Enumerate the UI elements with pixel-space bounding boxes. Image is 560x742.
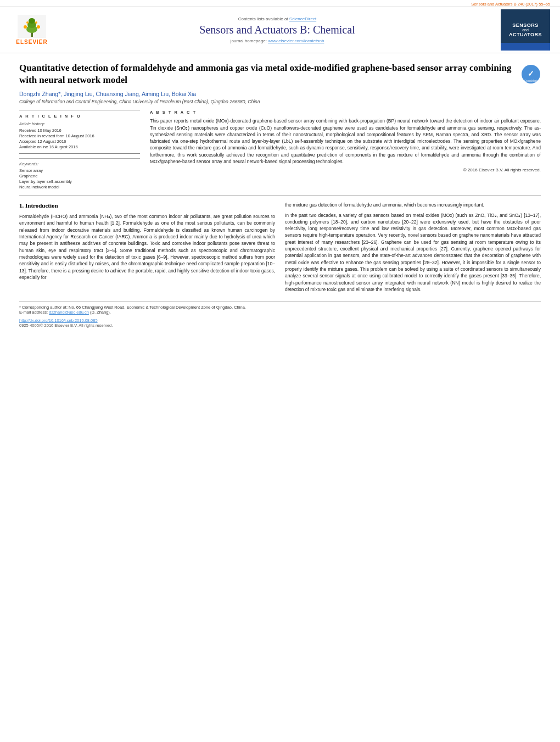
keywords-label: Keywords: [19, 161, 140, 166]
intro-paragraph3: In the past two decades, a variety of ga… [285, 212, 541, 293]
header-band: ELSEVIER Contents lists available at Sci… [0, 7, 560, 53]
svg-text:✓: ✓ [528, 69, 534, 78]
authors-text: Dongzhi Zhang*, Jingjing Liu, Chuanxing … [19, 91, 196, 97]
keyword-3: Layer-by-layer self-assembly [19, 179, 140, 184]
intro-title: Introduction [25, 202, 58, 209]
corresponding-author: * Corresponding author at: No. 66 Changj… [19, 305, 541, 310]
keyword-4: Neural network model [19, 185, 140, 189]
citation-text: Sensors and Actuators B 240 (2017) 55–65 [471, 2, 550, 7]
svg-point-4 [29, 18, 35, 24]
sensors-logo-text2: ACTUATORS [509, 32, 542, 37]
doi-line: http://dx.doi.org/10.1016/j.snb.2016.08.… [19, 318, 541, 323]
main-content: Quantitative detection of formaldehyde a… [0, 53, 560, 333]
email-name: (D. Zhang). [90, 310, 111, 315]
title-section: Quantitative detection of formaldehyde a… [19, 62, 541, 86]
intro-paragraph1: Formaldehyde (HCHO) and ammonia (NH₃), t… [19, 213, 275, 281]
article-title: Quantitative detection of formaldehyde a… [19, 62, 521, 86]
svg-point-5 [24, 25, 27, 29]
available-date: Available online 16 August 2016 [19, 144, 140, 149]
footnote-area: * Corresponding author at: No. 66 Changj… [19, 302, 541, 328]
sensors-actuators-logo: SENSORS and ACTUATORS [501, 9, 550, 51]
elsevier-text: ELSEVIER [16, 39, 47, 45]
article-info-label: A R T I C L E I N F O [19, 114, 140, 119]
svg-point-8 [35, 21, 37, 24]
crossmark-icon: ✓ CrossMark [521, 64, 541, 84]
article-info-box: A R T I C L E I N F O Article history: R… [19, 110, 140, 154]
received-revised-date: Received in revised form 10 August 2016 [19, 133, 140, 138]
article-info-abstract-section: A R T I C L E I N F O Article history: R… [19, 110, 541, 190]
email-link[interactable]: dzzhang@upc.edu.cn [49, 310, 89, 315]
journal-title-block: Contents lists available at ScienceDirec… [54, 16, 501, 43]
email-label: E-mail address: [19, 310, 48, 315]
citation-line: Sensors and Actuators B 240 (2017) 55–65 [0, 0, 560, 7]
body-left-col: 1. Introduction Formaldehyde (HCHO) and … [19, 202, 275, 296]
right-column: A B S T R A C T This paper reports metal… [150, 110, 541, 190]
sensors-logo-bar [501, 43, 550, 51]
contents-available-line: Contents lists available at ScienceDirec… [54, 16, 501, 21]
abstract-label: A B S T R A C T [150, 110, 541, 115]
keyword-1: Sensor array [19, 168, 140, 173]
intro-heading: 1. Introduction [19, 202, 275, 210]
affiliation: College of Information and Control Engin… [19, 99, 541, 104]
accepted-date: Accepted 12 August 2016 [19, 139, 140, 144]
svg-point-6 [37, 25, 40, 29]
elsevier-tree-icon [18, 15, 46, 38]
keywords-section: Keywords: Sensor array Graphene Layer-by… [19, 158, 140, 189]
email-line: E-mail address: dzzhang@upc.edu.cn (D. Z… [19, 310, 541, 315]
left-column: A R T I C L E I N F O Article history: R… [19, 110, 140, 190]
svg-point-7 [26, 21, 29, 24]
issn-line: 0925-4005/© 2016 Elsevier B.V. All right… [19, 323, 541, 328]
keyword-2: Graphene [19, 174, 140, 178]
sensors-logo-and: and [522, 28, 529, 32]
homepage-link[interactable]: www.elsevier.com/locate/snb [268, 38, 324, 43]
sciencedirect-link[interactable]: ScienceDirect [289, 16, 316, 21]
intro-number: 1. [19, 202, 24, 209]
history-label: Article history: [19, 121, 140, 126]
received-date: Received 10 May 2016 [19, 128, 140, 133]
elsevier-logo: ELSEVIER [10, 15, 54, 45]
sensors-logo-text1: SENSORS [512, 23, 539, 28]
doi-link[interactable]: http://dx.doi.org/10.1016/j.snb.2016.08.… [19, 318, 98, 323]
copyright-line: © 2016 Elsevier B.V. All rights reserved… [150, 168, 541, 172]
body-right-col: the mixture gas detection of formaldehyd… [285, 202, 541, 296]
abstract-text: This paper reports metal oxide (MOx)-dec… [150, 118, 541, 165]
svg-text:CrossMark: CrossMark [524, 79, 538, 82]
journal-name: Sensors and Actuators B: Chemical [54, 24, 501, 36]
authors-line: Dongzhi Zhang*, Jingjing Liu, Chuanxing … [19, 91, 541, 97]
homepage-line: journal homepage: www.elsevier.com/locat… [54, 38, 501, 43]
page: Sensors and Actuators B 240 (2017) 55–65… [0, 0, 560, 742]
section-divider [19, 196, 541, 196]
intro-paragraph2: the mixture gas detection of formaldehyd… [285, 202, 541, 208]
body-columns: 1. Introduction Formaldehyde (HCHO) and … [19, 202, 541, 296]
